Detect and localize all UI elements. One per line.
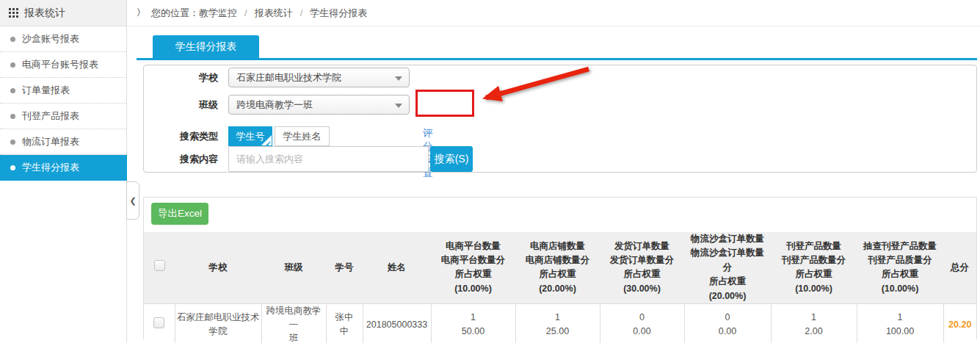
search-type-student-name[interactable]: 学生姓名	[275, 126, 330, 146]
bullet-icon	[10, 165, 15, 170]
toggle-label: 学生号	[236, 130, 265, 143]
breadcrumb-item-student-score-report[interactable]: 学生得分报表	[310, 7, 367, 20]
sidebar-item-logistics-order-report[interactable]: 物流订单报表	[0, 129, 126, 155]
bullet-icon	[10, 62, 15, 68]
cell-class: 跨境电商教学一 班	[261, 303, 326, 343]
school-select[interactable]: 石家庄邮电职业技术学院	[228, 68, 410, 87]
sidebar-item-label: 刊登产品报表	[22, 109, 79, 123]
col-platform-count: 电商平台数量 电商平台数量分 所占权重 (10.00%)	[431, 232, 515, 303]
col-listing-product-count: 刊登产品数量 刊登产品数量分 所占权重 (10.00%)	[771, 232, 857, 303]
col-class: 班级	[261, 232, 326, 303]
search-type-label: 搜索类型	[144, 130, 228, 143]
breadcrumb-prefix: 您的位置：	[151, 7, 199, 20]
bullet-icon	[10, 114, 15, 119]
col-shipped-order-count: 发货订单数量 发货订单数量分 所占权重 (30.00%)	[600, 232, 684, 303]
class-select[interactable]: 跨境电商教学一班	[228, 95, 410, 115]
sidebar-item-student-score-report[interactable]: 学生得分报表	[0, 155, 127, 181]
bullet-icon	[10, 140, 15, 145]
col-logistics-sandbox-order-count: 物流沙盒订单数量 物流沙盒订单数量 分 所占权重 (20.00%)	[684, 232, 771, 303]
sidebar-item-label: 电商平台账号报表	[22, 58, 98, 71]
class-select-value: 跨境电商教学一班	[236, 98, 313, 112]
cell-school: 石家庄邮电职业技术 学院	[175, 303, 261, 343]
sidebar-item-label: 物流订单报表	[22, 135, 79, 148]
sidebar-item-label: 学生得分报表	[22, 161, 79, 174]
bullet-icon	[10, 37, 15, 42]
cell-total-score: 20.20	[943, 303, 976, 343]
cell-listing-product-score: 1 2.00	[771, 303, 857, 343]
export-excel-button[interactable]: 导出Excel	[151, 203, 208, 225]
breadcrumb: 〉 您的位置： 教学监控 / 报表统计 / 学生得分报表	[128, 0, 980, 26]
sidebar-item-listing-product-report[interactable]: 刊登产品报表	[0, 104, 126, 129]
chevron-right-icon: 〉	[137, 7, 145, 19]
sidebar-item-label: 沙盒账号报表	[22, 32, 79, 46]
cell-shop-score: 1 25.00	[515, 303, 600, 343]
page: 报表统计 沙盒账号报表 电商平台账号报表 订单量报表 刊登产品报表 物流订单报表…	[0, 0, 980, 343]
sidebar-header-label: 报表统计	[24, 7, 65, 20]
class-label: 班级	[144, 98, 228, 112]
sidebar-item-order-volume-report[interactable]: 订单量报表	[0, 78, 126, 104]
cell-logistics-sandbox-score: 0 0.00	[684, 303, 771, 343]
col-school: 学校	[175, 232, 261, 303]
row-checkbox[interactable]	[153, 317, 164, 328]
select-all-checkbox[interactable]	[154, 260, 165, 271]
sidebar-item-sandbox-account-report[interactable]: 沙盒账号报表	[0, 26, 126, 52]
chevron-down-icon	[395, 104, 402, 108]
col-total-score: 总分	[943, 232, 976, 303]
search-type-student-no[interactable]: 学生号 ✓	[228, 126, 272, 146]
chevron-down-icon	[395, 76, 402, 81]
breadcrumb-item-teaching-monitor[interactable]: 教学监控	[199, 7, 237, 20]
annotation-arrow-icon	[462, 60, 598, 115]
sidebar: 报表统计 沙盒账号报表 电商平台账号报表 订单量报表 刊登产品报表 物流订单报表…	[0, 0, 127, 343]
sidebar-item-label: 订单量报表	[22, 84, 70, 97]
col-shop-count: 电商店铺数量 电商店铺数量分 所占权重 (20.00%)	[515, 232, 600, 303]
col-sampled-listing-count: 抽查刊登产品数量 刊登产品质量分 所占权重 (10.00%)	[857, 232, 943, 303]
sidebar-header[interactable]: 报表统计	[0, 0, 126, 26]
toggle-label: 学生姓名	[283, 130, 322, 143]
table-row: 石家庄邮电职业技术 学院 跨境电商教学一 班 张中 中 201805000333…	[144, 303, 976, 343]
search-content-label: 搜索内容	[144, 153, 228, 166]
score-report-table: 学校 班级 学号 姓名 电商平台数量 电商平台数量分 所占权重 (10.00%)…	[144, 232, 976, 343]
breadcrumb-separator: /	[300, 7, 303, 18]
sidebar-collapse-handle[interactable]: ❮	[126, 181, 139, 220]
cell-platform-score: 1 50.00	[431, 303, 515, 343]
table-header-row: 学校 班级 学号 姓名 电商平台数量 电商平台数量分 所占权重 (10.00%)…	[144, 232, 976, 303]
sidebar-item-ecommerce-account-report[interactable]: 电商平台账号报表	[0, 52, 126, 78]
search-input[interactable]	[228, 146, 429, 172]
school-select-value: 石家庄邮电职业技术学院	[236, 71, 341, 84]
row-checkbox-cell	[144, 303, 175, 343]
cell-sampled-listing-score: 1 100.00	[857, 303, 943, 343]
grid-menu-icon	[9, 8, 18, 18]
col-student-no: 学号	[326, 232, 363, 303]
school-label: 学校	[144, 71, 228, 84]
cell-name: 201805000333	[363, 303, 431, 343]
col-name: 姓名	[363, 232, 431, 303]
search-button[interactable]: 搜索(S)	[430, 146, 473, 172]
header-checkbox-cell	[144, 232, 175, 303]
cell-student-no: 张中 中	[326, 303, 363, 343]
breadcrumb-item-report-stats[interactable]: 报表统计	[255, 7, 293, 20]
breadcrumb-separator: /	[244, 7, 247, 18]
cell-shipped-order-score: 0 0.00	[600, 303, 684, 343]
tab-student-score-report[interactable]: 学生得分报表	[153, 35, 259, 58]
table-panel: 导出Excel 学校 班级 学号 姓名 电商平台数量 电商平台数量分 所占权重 …	[143, 197, 977, 339]
bullet-icon	[10, 88, 15, 93]
